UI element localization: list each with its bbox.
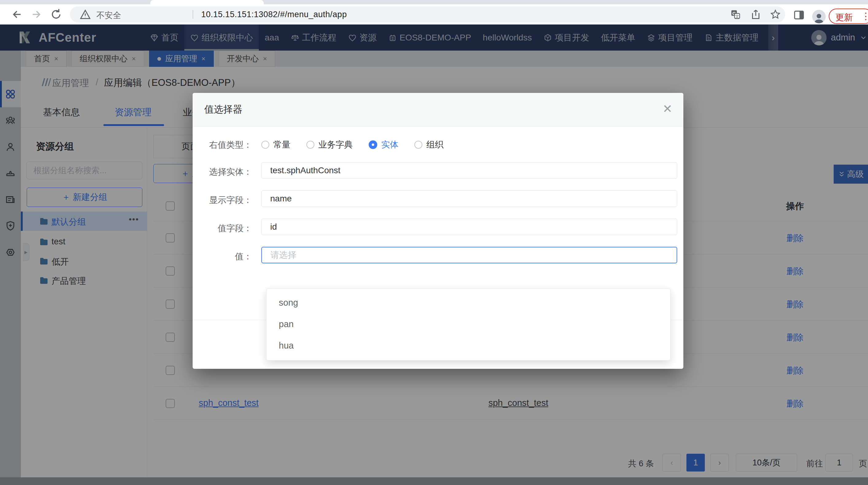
radio-constant[interactable]: 常量 xyxy=(261,139,290,151)
modal-header: 值选择器 ✕ xyxy=(193,93,683,127)
bookmark-star-icon[interactable] xyxy=(770,9,781,20)
translate-icon[interactable] xyxy=(730,9,741,20)
share-icon[interactable] xyxy=(750,9,761,20)
back-icon[interactable] xyxy=(10,8,23,21)
display-field-input[interactable] xyxy=(261,190,677,207)
browser-toolbar: 不安全 10.15.15.151:13082/#/menu_auth/app 更… xyxy=(0,4,868,25)
reload-icon[interactable] xyxy=(50,8,63,21)
modal-close-icon[interactable]: ✕ xyxy=(662,102,672,116)
radio-organization[interactable]: 组织 xyxy=(414,139,443,151)
right-value-type-radios: 常量 业务字典 实体 组织 xyxy=(261,139,443,151)
radio-business-dict[interactable]: 业务字典 xyxy=(306,139,353,151)
browser-menu-icon[interactable]: ⋮ xyxy=(861,11,868,22)
address-bar[interactable]: 不安全 10.15.15.151:13082/#/menu_auth/app xyxy=(70,6,785,22)
dropdown-option-pan[interactable]: pan xyxy=(267,313,670,335)
dropdown-option-hua[interactable]: hua xyxy=(267,335,670,356)
value-select-input[interactable] xyxy=(261,247,677,263)
update-label: 更新 xyxy=(836,12,852,23)
url-text[interactable]: 10.15.15.151:13082/#/menu_auth/app xyxy=(201,10,347,19)
sidebar-toggle-icon[interactable] xyxy=(793,9,805,21)
dropdown-option-song[interactable]: song xyxy=(267,292,670,313)
entity-label: 选择实体： xyxy=(193,166,252,178)
radio-icon xyxy=(306,141,314,149)
entity-input[interactable] xyxy=(261,162,677,179)
browser-active-tab[interactable] xyxy=(150,0,264,4)
browser-profile-avatar[interactable] xyxy=(812,10,826,23)
type-label: 右值类型： xyxy=(193,139,252,151)
display-field-label: 显示字段： xyxy=(193,194,252,206)
address-divider xyxy=(193,10,193,19)
value-field-input[interactable] xyxy=(261,219,677,235)
radio-entity[interactable]: 实体 xyxy=(369,139,398,151)
value-field-label: 值字段： xyxy=(193,223,252,234)
browser-tabstrip xyxy=(0,0,868,4)
browser-update-button[interactable]: 更新 ⋮ xyxy=(829,8,868,24)
browser-chrome: 不安全 10.15.15.151:13082/#/menu_auth/app 更… xyxy=(0,0,868,25)
value-dropdown: song pan hua xyxy=(266,289,671,360)
value-selector-modal: 值选择器 ✕ 右值类型： 常量 业务字典 实体 组织 选择实体： 显示字段： 值… xyxy=(193,93,683,369)
app-viewport: AFCenter 首页 组织权限中心 aaa 工作流程 资源 EOS8-DEMO… xyxy=(0,25,868,485)
forward-icon[interactable] xyxy=(30,8,43,21)
security-label: 不安全 xyxy=(96,10,121,21)
modal-title: 值选择器 xyxy=(204,103,242,116)
radio-icon xyxy=(414,141,422,149)
value-label: 值： xyxy=(193,251,252,262)
security-warning-icon[interactable] xyxy=(80,9,91,20)
radio-selected-icon xyxy=(369,140,377,149)
radio-icon xyxy=(261,141,269,149)
